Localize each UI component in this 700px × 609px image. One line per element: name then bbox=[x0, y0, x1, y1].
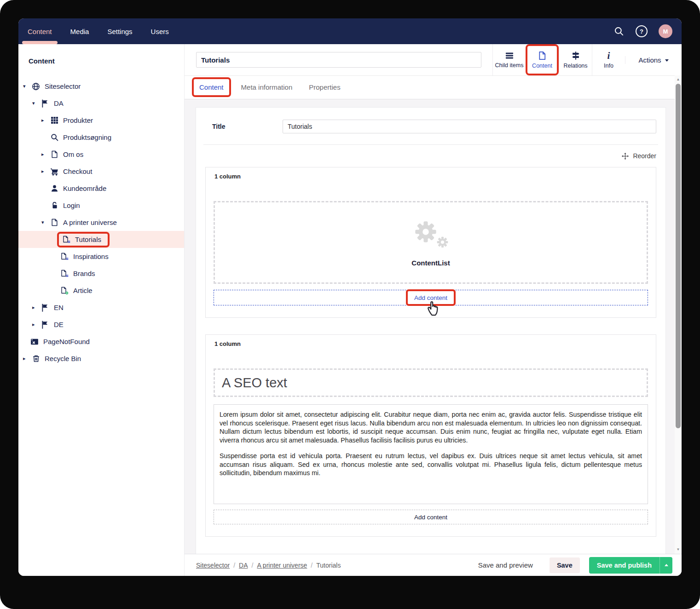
chevron-down-icon bbox=[665, 59, 669, 62]
tab-meta-information[interactable]: Meta information bbox=[233, 79, 301, 95]
document-name-input[interactable] bbox=[196, 52, 481, 68]
reorder-button[interactable]: Reorder bbox=[205, 152, 656, 160]
caret-down-icon[interactable]: ▾ bbox=[23, 83, 31, 89]
caret-right-icon[interactable]: ▸ bbox=[41, 168, 50, 174]
sidebar: Content ▾Siteselector▾DA▸Produkter▸Produ… bbox=[18, 44, 185, 576]
tree-item-om-os[interactable]: ▸Om os bbox=[18, 146, 184, 163]
caret-right-icon[interactable]: ▸ bbox=[32, 304, 40, 310]
content-apps: Child itemsContentRelationsiInfo bbox=[492, 44, 625, 75]
publish-options-toggle[interactable] bbox=[660, 557, 672, 574]
content-panel: Title Reorder 1 column bbox=[196, 107, 666, 554]
breadcrumb-link-a-printer-universe[interactable]: A printer universe bbox=[257, 562, 307, 569]
tree-item-label: Tutorials bbox=[75, 236, 101, 243]
top-navbar: ContentMediaSettingsUsers ? M bbox=[18, 18, 682, 44]
tab-content[interactable]: Content bbox=[192, 77, 231, 97]
tree-item-a-printer-universe[interactable]: ▾A printer universe bbox=[18, 214, 184, 231]
tree-item-label: Recycle Bin bbox=[45, 355, 81, 362]
tree-item-checkout[interactable]: ▸Checkout bbox=[18, 163, 184, 180]
seo-paragraph: Lorem ipsum dolor sit amet, consectetur … bbox=[220, 410, 642, 445]
document-icon bbox=[50, 150, 59, 158]
topnav-item-settings[interactable]: Settings bbox=[98, 18, 141, 44]
actions-dropdown[interactable]: Actions bbox=[625, 56, 682, 64]
add-content-button[interactable]: Add content bbox=[414, 294, 447, 301]
tree-item-pagenotfound[interactable]: PageNotFound bbox=[18, 333, 184, 350]
topnav-item-media[interactable]: Media bbox=[61, 18, 98, 44]
content-tree: ▾Siteselector▾DA▸Produkter▸Produktsøgnin… bbox=[18, 78, 184, 367]
content-app-child-items[interactable]: Child items bbox=[492, 44, 526, 75]
breadcrumb-separator: / bbox=[252, 562, 254, 569]
document-blue-icon bbox=[538, 51, 547, 60]
trash-icon bbox=[31, 355, 40, 362]
content-app-content[interactable]: Content bbox=[526, 44, 559, 75]
list-icon bbox=[505, 52, 514, 60]
tree-item-tutorials[interactable]: ▸Tutorials bbox=[18, 231, 184, 248]
save-button[interactable]: Save bbox=[550, 557, 580, 573]
content-app-label: Info bbox=[604, 63, 613, 69]
tree-item-recycle-bin[interactable]: ▸Recycle Bin bbox=[18, 350, 184, 367]
avatar[interactable]: M bbox=[659, 24, 672, 38]
caret-right-icon[interactable]: ▸ bbox=[23, 356, 31, 362]
search-icon[interactable] bbox=[613, 26, 625, 36]
tree-item-da[interactable]: ▾DA bbox=[18, 95, 184, 112]
caret-right-icon[interactable]: ▸ bbox=[32, 322, 40, 327]
breadcrumb-current: Tutorials bbox=[316, 562, 341, 569]
info-icon: i bbox=[604, 51, 613, 60]
breadcrumb: Siteselector/DA/A printer universe/Tutor… bbox=[196, 562, 478, 569]
add-content-strip-2[interactable]: Add content bbox=[214, 510, 648, 524]
tree-item-produkts-gning[interactable]: ▸Produktsøgning bbox=[18, 129, 184, 146]
tree-item-de[interactable]: ▸DE bbox=[18, 316, 184, 333]
content-app-relations[interactable]: Relations bbox=[559, 44, 592, 75]
tree-item-login[interactable]: ▸Login bbox=[18, 197, 184, 214]
tree-item-inspirations[interactable]: ▸Inspirations bbox=[18, 248, 184, 265]
grid-row-label: 1 column bbox=[214, 173, 648, 180]
caret-right-icon[interactable]: ▸ bbox=[41, 151, 50, 157]
person-icon bbox=[50, 184, 59, 192]
topnav-item-content[interactable]: Content bbox=[18, 18, 61, 44]
tree-item-label: Login bbox=[63, 201, 80, 209]
scrollbar-thumb[interactable] bbox=[676, 84, 681, 428]
topnav-item-label: Content bbox=[28, 28, 52, 35]
tree-item-label: Kundeområde bbox=[63, 184, 106, 192]
tree-item-label: Produkter bbox=[63, 116, 93, 124]
seo-heading-cell[interactable]: A SEO text bbox=[214, 368, 648, 397]
breadcrumb-link-siteselector[interactable]: Siteselector bbox=[196, 562, 230, 569]
tree-item-siteselector[interactable]: ▾Siteselector bbox=[18, 78, 184, 95]
seo-textarea[interactable]: Lorem ipsum dolor sit amet, consectetur … bbox=[214, 404, 648, 504]
tab-properties[interactable]: Properties bbox=[301, 79, 348, 95]
save-and-publish-label: Save and publish bbox=[589, 557, 660, 574]
app-window: ContentMediaSettingsUsers ? M Content ▾S… bbox=[18, 18, 682, 576]
document-list-icon bbox=[60, 253, 69, 261]
content-app-label: Relations bbox=[563, 63, 587, 69]
tree-item-produkter[interactable]: ▸Produkter bbox=[18, 112, 184, 129]
divider bbox=[203, 144, 658, 145]
save-and-preview-button[interactable]: Save and preview bbox=[478, 561, 533, 569]
add-content-strip: Add content bbox=[214, 290, 648, 305]
content-app-info[interactable]: iInfo bbox=[592, 44, 625, 75]
tree-item-brands[interactable]: ▸Brands bbox=[18, 265, 184, 282]
save-and-publish-button[interactable]: Save and publish bbox=[589, 557, 672, 574]
vertical-scrollbar[interactable]: ▲ ▼ bbox=[675, 75, 682, 554]
scroll-up-arrow-icon[interactable]: ▲ bbox=[675, 76, 682, 83]
breadcrumb-link-da[interactable]: DA bbox=[239, 562, 248, 569]
tree-item-label: DA bbox=[54, 99, 64, 107]
scroll-down-arrow-icon[interactable]: ▼ bbox=[675, 546, 682, 553]
reorder-label: Reorder bbox=[633, 152, 656, 160]
globe-icon bbox=[31, 82, 40, 91]
tree-item-kundeomr-de[interactable]: ▸Kundeområde bbox=[18, 180, 184, 197]
title-property-input[interactable] bbox=[283, 120, 656, 133]
tree-item-article[interactable]: ▸Article bbox=[18, 282, 184, 299]
caret-down-icon[interactable]: ▾ bbox=[32, 100, 40, 106]
help-icon[interactable]: ? bbox=[636, 25, 648, 37]
document-add-icon bbox=[60, 287, 69, 295]
caret-down-icon[interactable]: ▾ bbox=[41, 219, 50, 225]
topnav-item-users[interactable]: Users bbox=[142, 18, 178, 44]
tree-item-en[interactable]: ▸EN bbox=[18, 299, 184, 316]
grid-icon bbox=[50, 116, 59, 124]
contentlist-cell[interactable]: ContentList bbox=[214, 201, 648, 284]
grid-section-2: 1 column A SEO text Lorem ipsum dolor si… bbox=[205, 334, 656, 537]
breadcrumb-separator: / bbox=[311, 562, 312, 569]
topnav-item-label: Media bbox=[70, 28, 89, 35]
editor-tabs: ContentMeta informationProperties bbox=[185, 75, 675, 99]
tree-item-label: Article bbox=[73, 287, 93, 294]
caret-right-icon[interactable]: ▸ bbox=[41, 117, 50, 123]
